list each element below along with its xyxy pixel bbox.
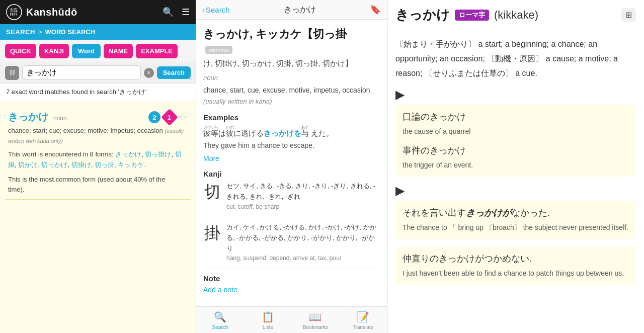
expand-icon[interactable]: ⊞ <box>621 8 636 22</box>
entry-head: きっかけ, キッカケ【切っ掛 common <box>203 27 380 54</box>
more-link[interactable]: More <box>203 154 380 162</box>
nav-lists-label: Lists <box>263 324 273 330</box>
nav-translate[interactable]: 📝 Translate <box>339 307 387 333</box>
example-card-4-en: I just haven't been able to find a chanc… <box>403 268 629 279</box>
components-icon[interactable]: 部 <box>5 66 19 80</box>
example1-en: They gave him a chance to escape. <box>203 141 380 149</box>
results-list: きっかけ noun 2 1 ☆ chance; start; cue; excu… <box>0 101 196 333</box>
back-label: Search <box>206 6 230 14</box>
list-item: きっかけ noun 2 1 ☆ chance; start; cue; excu… <box>5 106 191 200</box>
breadcrumb-search: SEARCH <box>6 28 35 36</box>
filter-kanji-button[interactable]: KANJI <box>39 44 69 58</box>
nav-search-label: Search <box>212 324 228 330</box>
kanji-char-kake[interactable]: 掛 <box>203 222 221 244</box>
result-common-note: This is the most common form (used about… <box>8 175 188 185</box>
nav-translate-icon: 📝 <box>357 311 369 323</box>
filter-word-button[interactable]: Word <box>72 44 101 58</box>
filter-quick-button[interactable]: QUICK <box>5 44 36 58</box>
example-card-3: それを言い出すきっかけがなかった. The chance to 「 bring … <box>395 201 636 239</box>
link-kikkake6[interactable]: 切掛け <box>71 161 91 169</box>
example-card-4-jp: 仲直りのきっかけがつかめない. <box>403 253 629 265</box>
badge-pink: 1 <box>161 109 178 126</box>
nav-bookmarks[interactable]: 📖 Bookmarks <box>292 307 340 333</box>
example-card-1-en: the cause of a quarrel <box>403 126 629 137</box>
entry-defs: chance, start, cue, excuse, motive, impe… <box>203 85 380 107</box>
entry-title: きっかけ, キッカケ【切っ掛 <box>203 27 347 42</box>
result-body: This word is encountered in 8 forms: きっか… <box>8 149 188 195</box>
nav-lists[interactable]: 📋 Lists <box>244 307 292 333</box>
kanji-readings-kiru: セツ, サイ, きる, -きる, きり, -きり, -ぎり, きれる, -きれる… <box>226 181 380 202</box>
filter-name-button[interactable]: NAME <box>104 44 133 58</box>
search-input[interactable] <box>22 65 141 80</box>
mid-content: きっかけ, キッカケ【切っ掛 common け, 切掛け, 切っかけ, 切掛, … <box>196 20 387 306</box>
right-header: きっかけ ローマ字 (kikkake) ⊞ <box>387 0 644 30</box>
example-card-1: 口論のきっかけ the cause of a quarrel 事件のきっかけ t… <box>395 105 636 177</box>
mid-bottom-nav: 🔍 Search 📋 Lists 📖 Bookmarks 📝 Translate <box>196 306 387 333</box>
result-top: きっかけ noun 2 1 ☆ <box>8 110 188 124</box>
main-definition: 〔始まり・手がかり〕 a start; a beginning; a chanc… <box>395 37 636 80</box>
result-def: chance; start; cue; excuse; motive; impe… <box>8 126 188 145</box>
logo-icon: 語 <box>6 4 22 20</box>
example-card-4: 仲直りのきっかけがつかめない. I just haven't been able… <box>395 246 636 285</box>
back-button[interactable]: ‹ Search <box>202 6 230 14</box>
link-kikkake7[interactable]: 切っ掛 <box>95 161 114 169</box>
entry-pos: noun <box>203 74 380 81</box>
entry-alts: け, 切掛け, 切っかけ, 切掛, 切っ掛, 切かけ】 <box>203 57 380 70</box>
kanji-row-kiru: 切 セツ, サイ, きる, -きる, きり, -きり, -ぎり, きれる, -き… <box>203 181 380 217</box>
mid-panel: ‹ Search きっかけ 🔖 きっかけ, キッカケ【切っ掛 common け,… <box>196 0 387 333</box>
back-chevron-icon: ‹ <box>202 6 205 14</box>
kanji-row-kake: 掛 カイ, ケイ, かける, -かける, かけ, -かけ, -がけ, かかる, … <box>203 222 380 269</box>
bookmark-icon[interactable]: 🔖 <box>370 4 381 15</box>
example-card-3-jp: それを言い出すきっかけがなかった. <box>403 207 629 219</box>
star-icon[interactable]: ☆ <box>179 111 188 123</box>
kanji-meaning-kake: hang, suspend, depend, arrive at, tax, p… <box>226 254 380 263</box>
play-button-2[interactable]: ▶ <box>395 184 636 198</box>
svg-text:語: 語 <box>10 8 18 16</box>
search-clear-button[interactable]: × <box>144 68 154 78</box>
example-card-3-en: The chance to 「 bring up 〔broach〕 the su… <box>403 222 629 233</box>
kikkake-highlight-3: きっかけが <box>466 208 511 218</box>
header-icons: 🔍 ☰ <box>163 7 190 18</box>
entry-note: (usually written in kana) <box>203 98 272 105</box>
nav-bookmarks-label: Bookmarks <box>303 324 328 330</box>
right-title: きっかけ <box>395 6 450 24</box>
filter-example-button[interactable]: EXAMPLE <box>136 44 178 58</box>
menu-icon[interactable]: ☰ <box>182 7 190 18</box>
filter-buttons: QUICK KANJI Word NAME EXAMPLE <box>0 40 196 62</box>
play-button-1[interactable]: ▶ <box>395 88 636 102</box>
link-kikkake5[interactable]: 切っかけ <box>41 161 67 169</box>
link-kikkake2[interactable]: 切っ掛け <box>145 150 171 158</box>
search-icon[interactable]: 🔍 <box>163 7 174 18</box>
link-kikkake4[interactable]: 切かけ <box>18 161 38 169</box>
link-kikkake1[interactable]: きっかけ <box>115 150 141 158</box>
app-name: Kanshūdō <box>26 7 77 18</box>
result-icons: 2 1 ☆ <box>148 111 188 123</box>
search-button[interactable]: Search <box>157 66 191 79</box>
nav-search-icon: 🔍 <box>214 311 226 323</box>
nav-search[interactable]: 🔍 Search <box>196 307 244 333</box>
kanji-meaning-kiru: cut, cutoff, be sharp <box>226 202 380 212</box>
result-pos: noun <box>53 115 67 122</box>
badge-pink-inner: 1 <box>168 113 171 121</box>
mid-title: きっかけ <box>234 5 366 15</box>
app-header: 語 Kanshūdō 🔍 ☰ <box>0 0 196 24</box>
result-word[interactable]: きっかけ <box>8 111 48 122</box>
nav-lists-icon: 📋 <box>262 311 274 323</box>
example1-jp: 彼等かれらは彼かれに逃げるきっかけを与あた えた。 <box>203 125 380 140</box>
example-card-2-jp: 事件のきっかけ <box>403 144 629 156</box>
badge-blue: 2 <box>148 111 160 123</box>
romaji-badge: ローマ字 <box>455 10 489 21</box>
add-note-link[interactable]: Add a note <box>203 286 237 294</box>
expand-icon-symbol: ⊞ <box>625 10 632 20</box>
breadcrumb-word-search: WORD SEARCH <box>45 28 96 36</box>
kanji-char-kiru[interactable]: 切 <box>203 181 221 203</box>
breadcrumb: SEARCH > WORD SEARCH <box>0 24 196 40</box>
link-kikkake8[interactable]: キッカケ <box>118 161 144 169</box>
kanji-readings-kake: カイ, ケイ, かける, -かける, かけ, -かけ, -がけ, かかる, -か… <box>226 222 380 254</box>
example1-highlight: きっかけを <box>264 129 301 137</box>
examples-title: Examples <box>203 113 380 122</box>
nav-bookmarks-icon: 📖 <box>309 311 321 323</box>
nav-translate-label: Translate <box>353 324 373 330</box>
mid-nav-bar: ‹ Search きっかけ 🔖 <box>196 0 387 20</box>
example-card-1-jp: 口論のきっかけ <box>403 111 629 123</box>
